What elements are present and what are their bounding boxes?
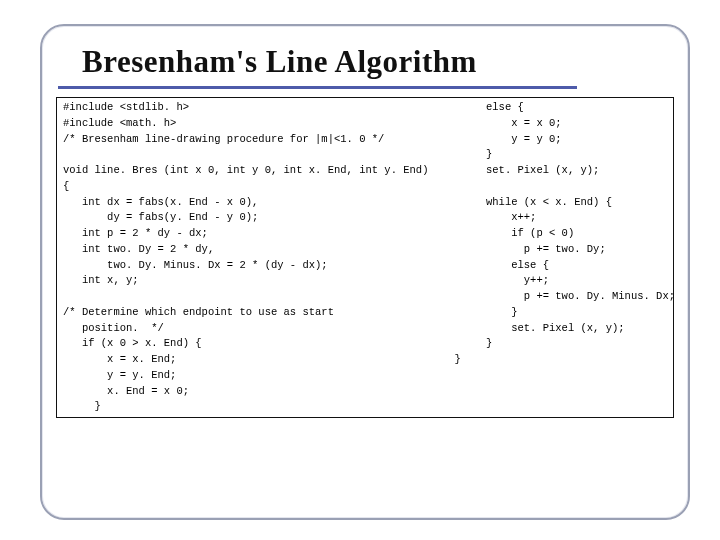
slide-title: Bresenham's Line Algorithm bbox=[82, 44, 674, 80]
code-right: else { x = x 0; y = y 0; } set. Pixel (x… bbox=[454, 100, 675, 368]
title-underline bbox=[58, 86, 577, 89]
code-box: #include <stdlib. h> #include <math. h> … bbox=[56, 97, 674, 418]
code-column-right: else { x = x 0; y = y 0; } set. Pixel (x… bbox=[434, 98, 681, 417]
code-left: #include <stdlib. h> #include <math. h> … bbox=[63, 100, 428, 415]
slide-card: Bresenham's Line Algorithm #include <std… bbox=[40, 24, 690, 520]
slide: Bresenham's Line Algorithm #include <std… bbox=[0, 0, 720, 540]
code-column-left: #include <stdlib. h> #include <math. h> … bbox=[57, 98, 434, 417]
